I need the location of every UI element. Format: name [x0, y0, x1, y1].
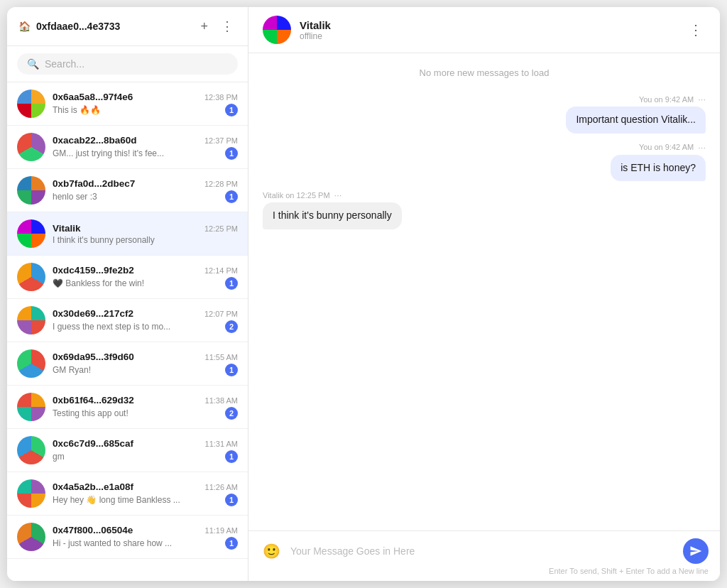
message-bubble: I think it's bunny personally — [263, 202, 402, 229]
conversation-time: 11:55 AM — [205, 353, 238, 361]
conversation-info: 0xdc4159...9fe2b212:14 PM🖤 Bankless for … — [53, 265, 238, 290]
conversation-bottom: Testing this app out!2 — [53, 407, 238, 420]
conversation-item[interactable]: 0x4a5a2b...e1a08f11:26 AMHey hey 👋 long … — [7, 472, 248, 516]
conversation-item[interactable]: 0xb61f64...629d3211:38 AMTesting this ap… — [7, 386, 248, 429]
conversation-preview: Hey hey 👋 long time Bankless ... — [53, 495, 180, 505]
conversation-bottom: This is 🔥🔥1 — [53, 104, 238, 116]
conversation-preview: I think it's bunny personally — [53, 235, 155, 245]
conversation-time: 11:19 AM — [205, 526, 238, 535]
conversation-avatar — [17, 263, 45, 291]
conversation-top: 0xdc4159...9fe2b212:14 PM — [53, 265, 238, 276]
home-icon: 🏠 — [18, 21, 31, 32]
conversation-item[interactable]: Vitalik12:25 PMI think it's bunny person… — [7, 212, 248, 256]
message-row: You on 9:42 AM···Important question Vita… — [263, 94, 706, 134]
message-meta: You on 9:42 AM··· — [611, 142, 706, 153]
unread-badge: 2 — [225, 407, 238, 420]
unread-badge: 1 — [225, 104, 238, 116]
conversation-top: Vitalik12:25 PM — [53, 223, 238, 234]
conversation-bottom: I guess the next step is to mo...2 — [53, 320, 238, 333]
unread-badge: 2 — [225, 320, 238, 333]
chat-contact-name: Vitalik — [300, 19, 331, 31]
search-input[interactable] — [45, 58, 228, 70]
message-options-button[interactable]: ··· — [698, 94, 706, 104]
conversation-bottom: Hi - just wanted to share how ...1 — [53, 537, 238, 550]
unread-badge: 1 — [225, 494, 238, 506]
menu-button[interactable]: ⋮ — [218, 17, 236, 36]
conversation-bottom: Hey hey 👋 long time Bankless ...1 — [53, 494, 238, 506]
conversation-item[interactable]: 0xacab22...8ba60d12:37 PMGM... just tryi… — [7, 126, 248, 169]
conversation-preview: Hi - just wanted to share how ... — [53, 538, 172, 548]
conversation-avatar — [17, 523, 45, 551]
conversation-item[interactable]: 0x69da95...3f9d6011:55 AMGM Ryan!1 — [7, 342, 248, 386]
conversation-name: 0xb61f64...629d32 — [53, 395, 134, 405]
conversation-avatar — [17, 349, 45, 378]
conversation-top: 0xb61f64...629d3211:38 AM — [53, 395, 238, 405]
chat-footer: 🙂 Enter To send, Shift + Enter To add a … — [248, 530, 720, 581]
conversation-top: 0xacab22...8ba60d12:37 PM — [53, 135, 238, 146]
conversation-item[interactable]: 0xb7fa0d...2dbec712:28 PMhenlo ser :31 — [7, 169, 248, 212]
conversation-avatar — [17, 219, 45, 248]
conversation-top: 0x4a5a2b...e1a08f11:26 AM — [53, 481, 238, 492]
message-sender-label: Vitalik on 12:25 PM — [263, 191, 330, 200]
no-more-messages: No more new messages to load — [263, 67, 706, 78]
chat-input-row: 🙂 — [260, 538, 709, 564]
message-meta: Vitalik on 12:25 PM··· — [263, 190, 402, 200]
sidebar: 🏠 0xfdaae0...4e3733 + ⋮ 🔍 0x6aa5a8...97f… — [7, 7, 248, 581]
conversation-info: 0x30de69...217cf212:07 PMI guess the nex… — [53, 308, 238, 333]
conversation-item[interactable]: 0x30de69...217cf212:07 PMI guess the nex… — [7, 299, 248, 342]
conversation-top: 0x69da95...3f9d6011:55 AM — [53, 352, 238, 362]
conversation-bottom: I think it's bunny personally — [53, 235, 238, 245]
conversation-preview: gm — [53, 452, 65, 462]
message-sender-label: You on 9:42 AM — [639, 95, 694, 104]
message-bubble: Important question Vitalik... — [566, 107, 706, 134]
conversation-name: 0xb7fa0d...2dbec7 — [53, 178, 135, 189]
chat-avatar — [263, 16, 291, 44]
message-input[interactable] — [290, 545, 676, 557]
conversation-time: 12:25 PM — [204, 224, 238, 233]
conversation-item[interactable]: 0x47f800...06504e11:19 AMHi - just wante… — [7, 516, 248, 559]
conversation-info: 0xacab22...8ba60d12:37 PMGM... just tryi… — [53, 135, 238, 160]
conversation-info: 0x69da95...3f9d6011:55 AMGM Ryan!1 — [53, 352, 238, 376]
message-row: You on 9:42 AM···is ETH is honey? — [263, 142, 706, 182]
conversation-time: 11:38 AM — [205, 396, 238, 405]
add-button[interactable]: + — [197, 18, 211, 36]
search-wrapper: 🔍 — [7, 46, 248, 82]
chat-header-left: Vitalik offline — [263, 16, 331, 44]
conversation-name: 0x47f800...06504e — [53, 525, 133, 535]
search-box: 🔍 — [17, 53, 238, 75]
conversation-avatar — [17, 176, 45, 205]
conversation-preview: henlo ser :3 — [53, 192, 97, 202]
conversation-time: 12:07 PM — [204, 310, 238, 318]
chat-menu-button[interactable]: ⋮ — [686, 20, 706, 40]
conversation-item[interactable]: 0x6aa5a8...97f4e612:38 PMThis is 🔥🔥1 — [7, 82, 248, 126]
emoji-button[interactable]: 🙂 — [260, 540, 283, 562]
conversation-name: 0xacab22...8ba60d — [53, 135, 137, 146]
message-bubble: is ETH is honey? — [611, 155, 706, 182]
conversation-preview: Testing this app out! — [53, 408, 129, 418]
conversation-preview: This is 🔥🔥 — [53, 105, 101, 115]
unread-badge: 1 — [225, 364, 238, 376]
unread-badge: 1 — [225, 277, 238, 290]
conversation-avatar — [17, 89, 45, 118]
chat-hint: Enter To send, Shift + Enter To add a Ne… — [260, 564, 709, 577]
send-button[interactable] — [683, 538, 709, 564]
conversation-bottom: 🖤 Bankless for the win!1 — [53, 277, 238, 290]
chat-contact-info: Vitalik offline — [300, 19, 331, 41]
unread-badge: 1 — [225, 537, 238, 550]
message-bubble-wrap: You on 9:42 AM···Important question Vita… — [566, 94, 706, 134]
message-options-button[interactable]: ··· — [698, 142, 706, 153]
conversation-avatar — [17, 436, 45, 464]
conversation-item[interactable]: 0xc6c7d9...685caf11:31 AMgm1 — [7, 429, 248, 472]
message-bubble-wrap: You on 9:42 AM···is ETH is honey? — [611, 142, 706, 182]
conversation-name: 0xdc4159...9fe2b2 — [53, 265, 134, 276]
conversation-info: 0xc6c7d9...685caf11:31 AMgm1 — [53, 438, 238, 463]
message-bubble-wrap: Vitalik on 12:25 PM···I think it's bunny… — [263, 190, 402, 229]
conversation-item[interactable]: 0xdc4159...9fe2b212:14 PM🖤 Bankless for … — [7, 256, 248, 299]
message-options-button[interactable]: ··· — [334, 190, 342, 200]
conversation-time: 12:38 PM — [204, 93, 238, 102]
wallet-address: 0xfdaae0...4e3733 — [36, 21, 120, 32]
conversation-info: 0xb7fa0d...2dbec712:28 PMhenlo ser :31 — [53, 178, 238, 203]
conversation-time: 12:14 PM — [204, 266, 238, 275]
conversation-bottom: GM... just trying this! it's fee...1 — [53, 147, 238, 160]
unread-badge: 1 — [225, 450, 238, 463]
